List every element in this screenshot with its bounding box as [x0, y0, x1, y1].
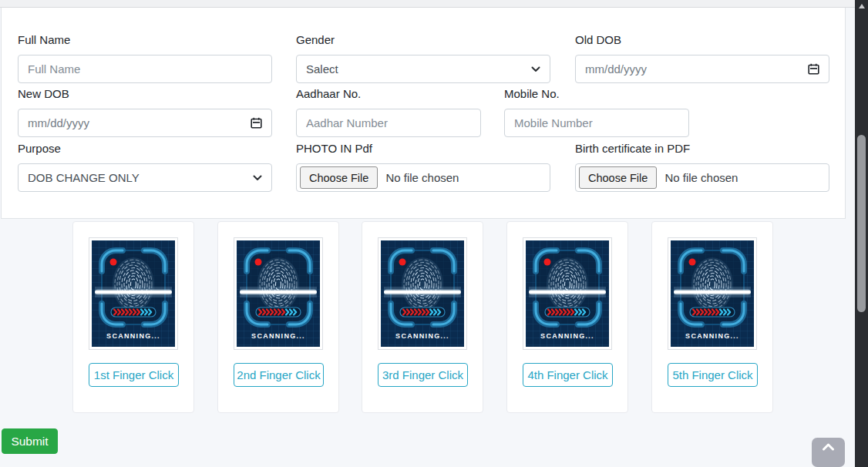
fingerprint-scanner-image-2: SCANNING...: [234, 237, 323, 350]
photo-pdf-file-input[interactable]: Choose File No file chosen: [296, 163, 550, 192]
scanning-text: SCANNING...: [237, 332, 320, 340]
gender-label: Gender: [296, 32, 550, 48]
old-dob-label: Old DOB: [575, 32, 829, 48]
finger-3-button[interactable]: 3rd Finger Click: [378, 363, 468, 387]
new-dob-label: New DOB: [18, 86, 272, 102]
purpose-selected-value: DOB CHANGE ONLY: [28, 171, 140, 184]
mobile-label: Mobile No.: [504, 86, 689, 102]
scanning-text: SCANNING...: [526, 332, 609, 340]
fingerprint-card-2: SCANNING... 2nd Finger Click: [217, 221, 339, 413]
full-name-input[interactable]: [18, 55, 272, 83]
fingerprint-scanner-icon: [526, 240, 609, 347]
finger-5-button[interactable]: 5th Finger Click: [668, 363, 758, 387]
gender-select[interactable]: Salect: [296, 55, 550, 83]
finger-2-button[interactable]: 2nd Finger Click: [234, 363, 324, 387]
old-dob-input[interactable]: mm/dd/yyyy: [575, 55, 829, 83]
finger-4-button[interactable]: 4th Finger Click: [523, 363, 613, 387]
chevron-down-icon: [253, 175, 262, 181]
gender-selected-value: Salect: [306, 62, 338, 76]
new-dob-value: mm/dd/yyyy: [28, 116, 89, 129]
fingerprint-scanner-icon: [381, 240, 464, 347]
fingerprint-card-1: SCANNING... 1st Finger Click: [72, 221, 194, 413]
new-dob-input[interactable]: mm/dd/yyyy: [18, 109, 272, 137]
finger-1-button[interactable]: 1st Finger Click: [89, 363, 179, 387]
fingerprint-scanner-image-1: SCANNING...: [89, 237, 178, 350]
back-to-top-button[interactable]: [812, 438, 845, 467]
chevron-up-icon: [822, 443, 835, 451]
birth-cert-label: Birth certificate in PDF: [575, 141, 829, 156]
full-name-label: Full Name: [18, 32, 272, 48]
field-full-name: Full Name: [18, 32, 272, 83]
scrollbar[interactable]: [855, 0, 868, 467]
field-birth-cert: Birth certificate in PDF Choose File No …: [575, 141, 829, 192]
fingerprint-card-3: SCANNING... 3rd Finger Click: [362, 221, 483, 413]
birth-cert-file-input[interactable]: Choose File No file chosen: [575, 163, 829, 192]
field-mobile: Mobile No.: [504, 86, 689, 137]
fingerprint-scanner-icon: [671, 240, 754, 347]
field-old-dob: Old DOB mm/dd/yyyy: [575, 32, 829, 83]
scrollbar-thumb[interactable]: [857, 135, 866, 312]
aadhaar-input[interactable]: [296, 109, 481, 137]
fingerprint-scanner-image-5: SCANNING...: [668, 237, 757, 350]
mobile-input[interactable]: [504, 109, 689, 137]
top-strip: [0, 0, 855, 8]
field-photo-pdf: PHOTO IN Pdf Choose File No file chosen: [296, 141, 550, 192]
fingerprint-scanner-image-4: SCANNING...: [523, 237, 612, 350]
purpose-select[interactable]: DOB CHANGE ONLY: [18, 163, 272, 192]
photo-pdf-file-status: No file chosen: [385, 171, 459, 184]
field-gender: Gender Salect: [296, 32, 550, 83]
purpose-label: Purpose: [18, 141, 272, 156]
aadhaar-label: Aadhaar No.: [296, 86, 481, 102]
scrollbar-up-arrow-icon[interactable]: [859, 4, 865, 8]
fingerprint-card-5: SCANNING... 5th Finger Click: [651, 221, 773, 413]
form-panel: Full Name Gender Salect Old DOB mm/dd/yy…: [1, 8, 846, 219]
fingerprint-scanner-icon: [237, 240, 320, 347]
field-new-dob: New DOB mm/dd/yyyy: [18, 86, 272, 137]
submit-button[interactable]: Submit: [2, 428, 58, 454]
field-purpose: Purpose DOB CHANGE ONLY: [18, 141, 272, 192]
birth-cert-choose-file-button[interactable]: Choose File: [579, 166, 657, 189]
chevron-down-icon: [531, 66, 540, 72]
calendar-icon: [251, 117, 262, 129]
fingerprint-scanner-icon: [92, 240, 175, 347]
fingerprint-scanner-image-3: SCANNING...: [378, 237, 467, 350]
calendar-icon: [808, 63, 819, 75]
photo-pdf-choose-file-button[interactable]: Choose File: [300, 166, 378, 189]
field-aadhaar: Aadhaar No.: [296, 86, 481, 137]
scanning-text: SCANNING...: [381, 332, 464, 340]
photo-pdf-label: PHOTO IN Pdf: [296, 141, 550, 156]
birth-cert-file-status: No file chosen: [664, 171, 738, 184]
scanning-text: SCANNING...: [92, 332, 175, 340]
scanning-text: SCANNING...: [671, 332, 754, 340]
fingerprint-card-4: SCANNING... 4th Finger Click: [506, 221, 628, 413]
old-dob-value: mm/dd/yyyy: [585, 62, 647, 76]
